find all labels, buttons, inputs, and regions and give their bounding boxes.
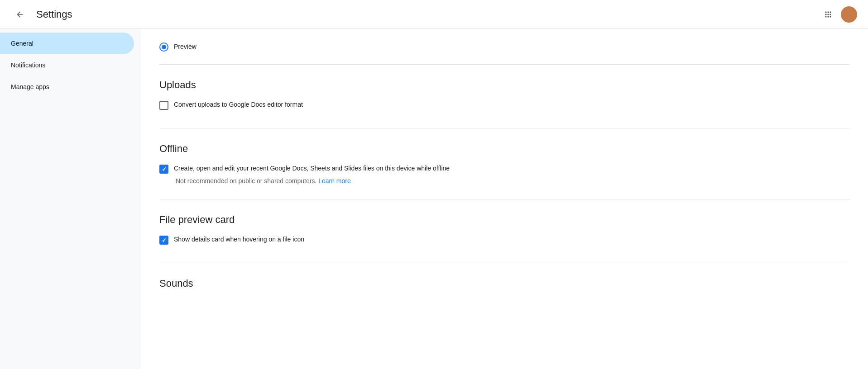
sidebar-item-general[interactable]: General <box>0 33 134 54</box>
preview-label: Preview <box>174 43 197 50</box>
sidebar-item-manage-apps-label: Manage apps <box>11 83 49 90</box>
learn-more-link[interactable]: Learn more <box>318 177 351 184</box>
offline-editing-row: Create, open and edit your recent Google… <box>159 164 850 174</box>
sidebar-item-manage-apps[interactable]: Manage apps <box>0 76 134 98</box>
content-area: Preview Uploads Convert uploads to Googl… <box>141 29 868 369</box>
sidebar: General Notifications Manage apps <box>0 29 141 369</box>
show-details-checkbox[interactable] <box>159 236 168 245</box>
preview-radio[interactable] <box>159 43 168 52</box>
offline-title: Offline <box>159 143 850 155</box>
file-preview-title: File preview card <box>159 214 850 226</box>
uploads-section: Uploads Convert uploads to Google Docs e… <box>159 65 850 128</box>
offline-editing-checkbox[interactable] <box>159 165 168 174</box>
header-left: Settings <box>11 5 72 24</box>
sidebar-item-notifications-label: Notifications <box>11 62 45 69</box>
back-button[interactable] <box>11 5 29 24</box>
preview-section: Preview <box>159 29 850 65</box>
file-preview-section: File preview card Show details card when… <box>159 199 850 263</box>
show-details-row: Show details card when hovering on a fil… <box>159 235 850 245</box>
sounds-title: Sounds <box>159 278 850 289</box>
main-content: General Notifications Manage apps Previe… <box>0 29 868 369</box>
offline-editing-label: Create, open and edit your recent Google… <box>174 164 450 173</box>
show-details-label: Show details card when hovering on a fil… <box>174 235 304 244</box>
sidebar-item-notifications[interactable]: Notifications <box>0 54 134 76</box>
offline-section: Offline Create, open and edit your recen… <box>159 128 850 199</box>
convert-uploads-checkbox[interactable] <box>159 101 168 110</box>
page-title: Settings <box>36 9 72 20</box>
sidebar-item-general-label: General <box>11 40 34 47</box>
header: Settings <box>0 0 868 29</box>
sounds-section: Sounds <box>159 263 850 313</box>
uploads-title: Uploads <box>159 79 850 91</box>
header-right <box>819 5 857 24</box>
apps-button[interactable] <box>819 5 837 24</box>
offline-sub-text: Not recommended on public or shared comp… <box>176 177 317 184</box>
avatar[interactable] <box>841 6 857 23</box>
convert-uploads-label: Convert uploads to Google Docs editor fo… <box>174 100 303 109</box>
offline-sub-description: Not recommended on public or shared comp… <box>176 177 850 184</box>
preview-row: Preview <box>159 38 850 55</box>
convert-uploads-row: Convert uploads to Google Docs editor fo… <box>159 100 850 110</box>
